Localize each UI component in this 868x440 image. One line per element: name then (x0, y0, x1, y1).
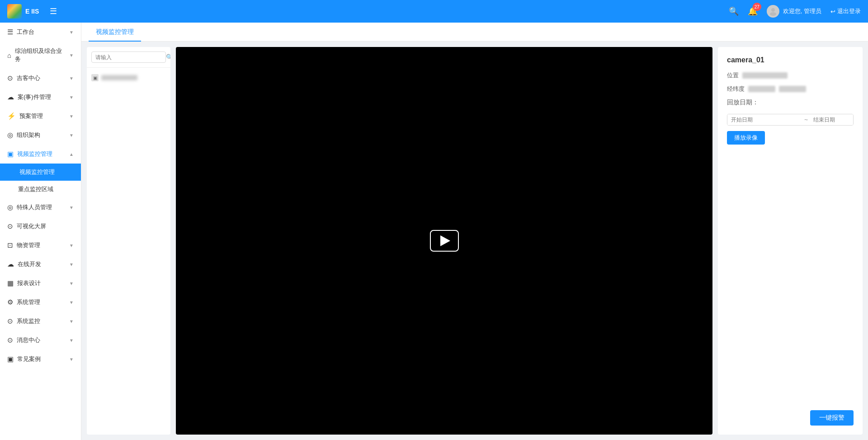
tab-label: 视频监控管理 (96, 28, 134, 36)
sidebar-item-sys-mgmt[interactable]: ⚙ 系统管理 ▼ (0, 293, 81, 312)
tree-node[interactable]: ▣ (91, 72, 166, 83)
chevron-down-icon: ▼ (69, 133, 74, 138)
longitude-value2-blurred (779, 86, 806, 92)
sidebar-label: 可视化大屏 (17, 222, 74, 230)
main-content: 🔍 ▣ camer (81, 42, 868, 440)
chevron-up-icon: ▲ (69, 152, 74, 157)
sidebar-item-asset[interactable]: ⊡ 物资管理 ▼ (0, 236, 81, 255)
sidebar-label: 系统管理 (17, 298, 66, 306)
org-business-icon: ⌂ (7, 51, 11, 59)
tab-video-monitor[interactable]: 视频监控管理 (89, 23, 141, 42)
sidebar-item-message[interactable]: ⊙ 消息中心 ▼ (0, 331, 81, 350)
location-label: 位置 (727, 71, 739, 80)
sidebar-item-case[interactable]: ☁ 案(事)件管理 ▼ (0, 88, 81, 107)
camera-search-input[interactable] (95, 54, 163, 61)
longitude-label: 经纬度 (727, 85, 745, 93)
playback-label: 回放日期： (727, 98, 854, 107)
logo-text: E IIS (25, 8, 39, 15)
camera-search-area: 🔍 (87, 47, 170, 68)
play-record-button[interactable]: 播放录像 (727, 131, 765, 145)
notification-badge: 27 (753, 3, 761, 11)
sidebar-label: 系统监控 (17, 317, 66, 325)
emergency-button[interactable]: 一键报警 (810, 410, 854, 426)
sidebar-item-org-structure[interactable]: ◎ 组织架构 ▼ (0, 126, 81, 145)
welcome-text: 欢迎您, 管理员 (783, 7, 821, 15)
sidebar-label: 视频监控管理 (17, 150, 66, 158)
chevron-down-icon: ▼ (69, 205, 74, 210)
play-button[interactable] (430, 230, 459, 252)
notification-icon[interactable]: 🔔 27 (748, 6, 758, 16)
sidebar-label: 组织架构 (17, 131, 66, 139)
sidebar-item-video-monitor[interactable]: ▣ 视频监控管理 ▲ (0, 145, 81, 164)
sidebar-sub-item-video-mgmt[interactable]: 视频监控管理 (0, 164, 81, 181)
playback-date-label: 回放日期： (727, 98, 759, 106)
sidebar-item-visual-screen[interactable]: ⊙ 可视化大屏 (0, 217, 81, 236)
sys-monitor-icon: ⊙ (7, 317, 13, 325)
sidebar-item-special-person[interactable]: ◎ 特殊人员管理 ▼ (0, 198, 81, 217)
svg-point-1 (770, 12, 776, 16)
camera-tree-panel: 🔍 ▣ (87, 47, 170, 435)
org-structure-icon: ◎ (7, 131, 13, 139)
video-panel (176, 47, 712, 435)
chevron-down-icon: ▼ (69, 53, 74, 58)
location-row: 位置 (727, 71, 854, 80)
sidebar-item-common-cases[interactable]: ▣ 常见案例 ▼ (0, 350, 81, 369)
tree-node-icon: ▣ (91, 74, 99, 81)
location-value-blurred (742, 72, 788, 79)
end-date-input[interactable] (810, 114, 854, 125)
chevron-down-icon: ▼ (69, 281, 74, 286)
sidebar-item-online-dev[interactable]: ☁ 在线开发 ▼ (0, 255, 81, 274)
top-header: E IIS ☰ 🔍 🔔 27 欢迎您, 管理员 ↩ 退出登录 (0, 0, 868, 23)
sidebar-label: 案(事)件管理 (18, 93, 66, 101)
sidebar-label: 特殊人员管理 (17, 203, 66, 211)
user-info: 欢迎您, 管理员 (767, 5, 821, 18)
sys-mgmt-icon: ⚙ (7, 298, 13, 306)
online-dev-icon: ☁ (7, 260, 14, 268)
menu-toggle-button[interactable]: ☰ (46, 5, 61, 18)
date-range-input: ~ (727, 114, 854, 126)
content-area: 视频监控管理 🔍 ▣ (81, 23, 868, 440)
report-icon: ▦ (7, 279, 14, 287)
sidebar-sub-item-key-monitor[interactable]: 重点监控区域 (0, 181, 81, 198)
sidebar-label: 吉客中心 (17, 74, 66, 82)
chevron-down-icon: ▼ (69, 243, 74, 248)
start-date-input[interactable] (727, 114, 802, 125)
sidebar-label: 消息中心 (17, 336, 66, 344)
chevron-down-icon: ▼ (69, 357, 74, 362)
plan-icon: ⚡ (7, 112, 16, 120)
sidebar-item-plan[interactable]: ⚡ 预案管理 ▼ (0, 107, 81, 126)
asset-icon: ⊡ (7, 241, 13, 249)
sidebar-item-report[interactable]: ▦ 报表设计 ▼ (0, 274, 81, 293)
chevron-down-icon: ▼ (69, 338, 74, 343)
sidebar-label: 预案管理 (19, 112, 66, 120)
date-separator: ~ (802, 116, 810, 123)
search-icon[interactable]: 🔍 (729, 6, 739, 16)
sidebar-item-workbench[interactable]: ☰ 工作台 ▼ (0, 23, 81, 42)
sidebar-label: 报表设计 (17, 279, 66, 287)
visual-screen-icon: ⊙ (7, 222, 13, 230)
sidebar-item-sys-monitor[interactable]: ⊙ 系统监控 ▼ (0, 312, 81, 331)
search-icon: 🔍 (166, 54, 170, 61)
tree-node-label (101, 75, 137, 80)
complain-icon: ⊙ (7, 74, 13, 82)
sidebar-label: 综治组织及综合业务 (15, 47, 66, 63)
video-container[interactable] (176, 47, 712, 435)
chevron-down-icon: ▼ (69, 114, 74, 119)
logout-text: 退出登录 (837, 7, 861, 15)
common-cases-icon: ▣ (7, 355, 14, 363)
chevron-down-icon: ▼ (69, 262, 74, 267)
logout-icon: ↩ (830, 8, 835, 15)
chevron-down-icon: ▼ (69, 76, 74, 81)
svg-point-0 (771, 8, 775, 12)
sidebar: ☰ 工作台 ▼ ⌂ 综治组织及综合业务 ▼ ⊙ 吉客中心 ▼ ☁ 案(事)件管理… (0, 23, 81, 440)
sub-item-label: 视频监控管理 (19, 168, 55, 176)
camera-tree-content: ▣ (87, 68, 170, 435)
logo-icon (7, 4, 22, 19)
avatar (767, 5, 779, 18)
longitude-value1-blurred (748, 86, 775, 92)
logout-button[interactable]: ↩ 退出登录 (830, 7, 861, 15)
sidebar-item-org-business[interactable]: ⌂ 综治组织及综合业务 ▼ (0, 42, 81, 69)
sidebar-label: 在线开发 (18, 260, 66, 268)
chevron-down-icon: ▼ (69, 319, 74, 324)
sidebar-item-complain[interactable]: ⊙ 吉客中心 ▼ (0, 69, 81, 88)
